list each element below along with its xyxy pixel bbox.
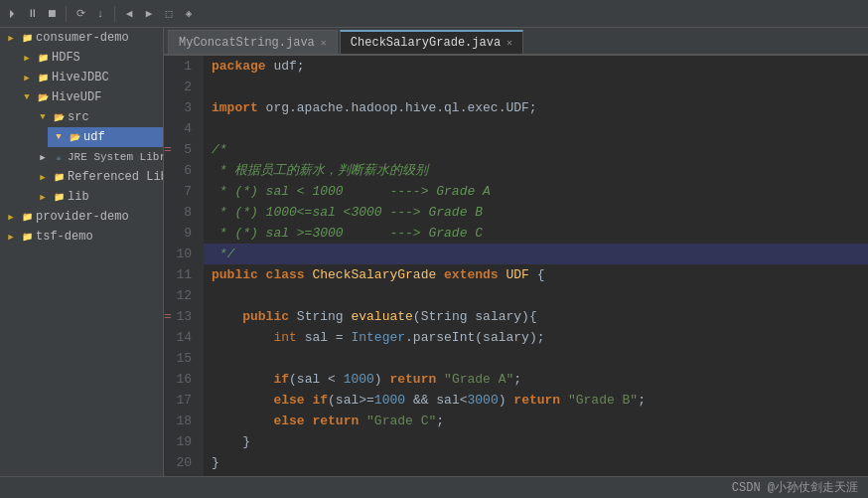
code-line-12 [204,285,868,306]
expand-icon: ▶ [20,71,34,84]
code-line-6: * 根据员工的薪水，判断薪水的级别 [204,160,868,181]
code-line-15 [204,348,868,369]
expand-icon: ▼ [20,90,34,104]
sidebar-item-provider-demo[interactable]: ▶ 📁 provider-demo [0,207,163,227]
sidebar-item-referenced-libs[interactable]: ▶ 📁 Referenced Libraries [32,167,163,187]
token: "Grade C" [366,411,436,431]
line-num-13: 13 [164,306,198,327]
token: * (*) 1000<=sal <3000 ---> Grade B [212,202,483,223]
token: * 根据员工的薪水，判断薪水的级别 [212,160,428,181]
token: CheckSalaryGrade [312,264,444,285]
sidebar-item-label: HDFS [52,51,80,65]
token [212,369,273,390]
toolbar-icon-3[interactable]: ⏹ [44,6,60,22]
toolbar-icon-4[interactable]: ⟳ [72,6,88,22]
sidebar-item-lib[interactable]: ▶ 📁 lib [32,187,163,207]
line-num-6: 6 [164,160,198,181]
token: if [312,390,328,411]
line-num-10: 10 [164,244,198,264]
expand-icon: ▶ [36,150,50,164]
token: package [212,56,273,77]
expand-icon: ▶ [4,210,18,224]
sidebar-item-jre[interactable]: ▶ ☕ JRE System Library [JavaSE-... [32,147,163,167]
code-line-3: import org.apache.hadoop.hive.ql.exec.UD… [204,97,868,118]
sidebar-item-consumer-demo[interactable]: ▶ 📁 consumer-demo [0,28,163,48]
line-num-4: 4 [164,118,198,139]
sidebar-item-hdfs[interactable]: ▶ 📁 HDFS [16,48,163,68]
token: /* [212,139,227,160]
sidebar-item-hiveudf[interactable]: ▼ 📂 HiveUDF [16,87,163,107]
expand-icon: ▶ [36,170,50,184]
sidebar-item-src[interactable]: ▼ 📂 src [32,107,163,127]
code-line-9: * (*) sal >=3000 ---> Grade C [204,223,868,244]
code-line-1: package udf; [204,56,868,77]
token: ; [513,369,521,390]
sidebar-item-hivejdbc[interactable]: ▶ 📁 HiveJDBC [16,68,163,87]
token: { [529,264,545,285]
token: * (*) sal >=3000 ---> Grade C [212,223,483,244]
toolbar-icon-2[interactable]: ⏸ [24,6,40,22]
toolbar-separator-2 [114,6,115,22]
token: extends [444,264,506,285]
toolbar-icon-8[interactable]: ⬚ [161,6,177,22]
token: return [389,369,444,390]
token: class [266,264,313,285]
sidebar-item-label: lib [68,190,89,204]
toolbar-icon-9[interactable]: ◈ [181,6,197,22]
code-line-13: public String evaluate(String salary){ [204,306,868,327]
token: import [212,97,266,118]
token: else [273,411,312,431]
token: "Grade B" [568,390,638,411]
folder-icon: 📂 [68,130,81,144]
token: public [212,264,266,285]
code-content: 1 2 3 4 5 6 7 8 9 10 11 12 13 14 15 16 1… [164,56,868,476]
sidebar-item-udf[interactable]: ▼ 📂 udf [48,127,163,147]
line-num-21: 21 [164,473,198,476]
toolbar-icon-1[interactable]: ⏵ [4,6,20,22]
code-editor: MyConcatString.java ✕ CheckSalaryGrade.j… [164,28,868,476]
sidebar-item-label: provider-demo [36,210,129,224]
token: UDF [506,264,528,285]
toolbar-icon-6[interactable]: ◀ [121,6,137,22]
tab-checksalarygrade[interactable]: CheckSalaryGrade.java ✕ [340,30,523,54]
token [212,411,273,431]
token: return [312,411,366,431]
toolbar-icon-7[interactable]: ▶ [141,6,157,22]
toolbar-icon-5[interactable]: ↓ [92,6,108,22]
code-line-4 [204,118,868,139]
main-area: ▶ 📁 consumer-demo ▶ 📁 HDFS ▶ 📁 HiveJDBC … [0,28,868,476]
sidebar-item-label: HiveJDBC [52,71,109,84]
status-bar: CSDN @小孙仗剑走天涯 [0,476,868,498]
tab-label: MyConcatString.java [179,36,315,50]
line-numbers: 1 2 3 4 5 6 7 8 9 10 11 12 13 14 15 16 1… [164,56,204,476]
sidebar-item-label: Referenced Libraries [68,170,164,184]
code-line-10: */ [204,244,868,264]
token: else [273,390,312,411]
tab-label: CheckSalaryGrade.java [351,36,501,50]
tab-close-icon[interactable]: ✕ [321,37,327,49]
sidebar: ▶ 📁 consumer-demo ▶ 📁 HDFS ▶ 📁 HiveJDBC … [0,28,164,476]
line-num-20: 20 [164,452,198,473]
expand-icon: ▶ [20,51,34,65]
sidebar-item-label: consumer-demo [36,31,129,45]
token: "Grade A" [444,369,513,390]
expand-icon: ▼ [36,110,50,124]
line-num-17: 17 [164,390,198,411]
token: String [297,306,352,327]
line-num-3: 3 [164,97,198,118]
tab-myconcatstring[interactable]: MyConcatString.java ✕ [168,30,338,54]
expand-icon: ▶ [4,230,18,244]
token: int [273,327,304,348]
line-num-11: 11 [164,264,198,285]
token: 1000 [374,390,405,411]
tab-bar: MyConcatString.java ✕ CheckSalaryGrade.j… [164,28,868,56]
token: 1000 [344,369,374,390]
token: org.apache.hadoop.hive.ql.exec.UDF [266,97,529,118]
sidebar-item-tsf-demo[interactable]: ▶ 📁 tsf-demo [0,227,163,247]
tab-close-icon[interactable]: ✕ [506,37,512,49]
code-line-7: * (*) sal < 1000 ----> Grade A [204,181,868,202]
token [212,390,273,411]
line-num-8: 8 [164,202,198,223]
code-line-2 [204,77,868,97]
folder-icon: 📁 [36,51,50,65]
